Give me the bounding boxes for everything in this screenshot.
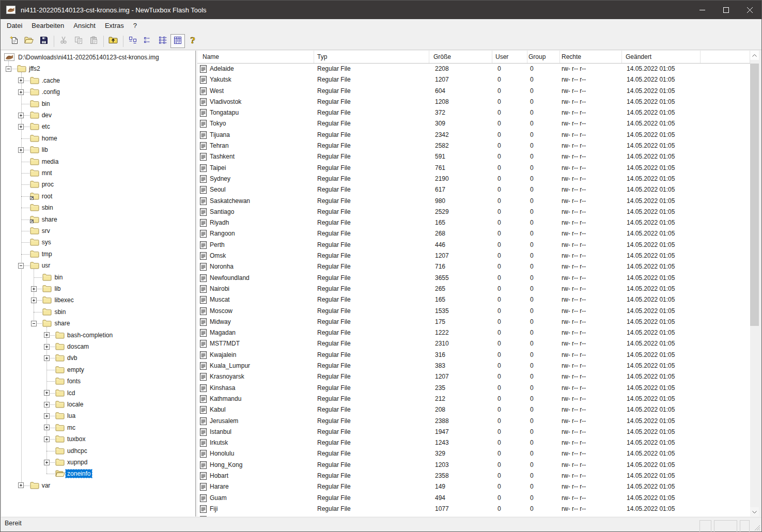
- tree-item-label[interactable]: lib: [40, 146, 50, 154]
- tree-item-fonts[interactable]: fonts: [2, 375, 195, 387]
- file-row-harare[interactable]: HarareRegular File14900rw- r-- r--14.05.…: [197, 481, 750, 492]
- expand-icon[interactable]: [44, 436, 50, 442]
- tree-item-srv[interactable]: srv: [2, 225, 195, 237]
- tree-item-share[interactable]: share: [2, 318, 195, 329]
- tree-item-jffs2[interactable]: jffs2: [2, 63, 195, 74]
- file-row-kabul[interactable]: KabulRegular File20800rw- r-- r--14.05.2…: [197, 404, 750, 415]
- expand-icon[interactable]: [18, 124, 24, 130]
- menu-bearbeiten[interactable]: Bearbeiten: [27, 19, 69, 33]
- tree-item-lib[interactable]: lib: [2, 144, 195, 155]
- tree-item-label[interactable]: dev: [40, 111, 53, 119]
- toolbar-help-button[interactable]: ?: [185, 34, 200, 48]
- file-row-yakutsk[interactable]: YakutskRegular File120700rw- r-- r--14.0…: [197, 74, 750, 85]
- scrollbar-down-icon[interactable]: [750, 507, 759, 517]
- file-row-vladivostok[interactable]: VladivostokRegular File120800rw- r-- r--…: [197, 97, 750, 107]
- tree-item-label[interactable]: var: [40, 481, 52, 490]
- tree-item-label[interactable]: usr: [40, 261, 52, 270]
- menu-datei[interactable]: Datei: [2, 19, 27, 33]
- file-row-sydney[interactable]: SydneyRegular File219000rw- r-- r--14.05…: [197, 174, 750, 184]
- tree-item-label[interactable]: .config: [40, 88, 61, 96]
- file-row-magadan[interactable]: MagadanRegular File122200rw- r-- r--14.0…: [197, 327, 750, 338]
- file-row-hong-kong[interactable]: Hong_KongRegular File120300rw- r-- r--14…: [197, 460, 750, 471]
- file-row-mst7mdt[interactable]: MST7MDTRegular File231000rw- r-- r--14.0…: [197, 338, 750, 349]
- scrollbar-thumb[interactable]: [750, 64, 759, 326]
- tree-item-bash-completion[interactable]: bash-completion: [2, 330, 195, 341]
- file-row-west[interactable]: WestRegular File60400rw- r-- r--14.05.20…: [197, 86, 750, 97]
- column-header-gr-e[interactable]: Größe: [429, 51, 492, 63]
- tree-item-label[interactable]: sbin: [53, 308, 67, 316]
- tree-item-lcd[interactable]: lcd: [2, 387, 195, 399]
- menu-extras[interactable]: Extras: [100, 19, 129, 33]
- file-row-jerusalem[interactable]: JerusalemRegular File238800rw- r-- r--14…: [197, 416, 750, 427]
- column-header-typ[interactable]: Typ: [314, 51, 429, 63]
- tree-item-label[interactable]: D:\Downloads\ni411-202205140123-cst-kron…: [17, 53, 161, 61]
- tree-item-label[interactable]: share: [40, 215, 59, 224]
- tree-item-dev[interactable]: dev: [2, 109, 195, 121]
- file-row-tashkent[interactable]: TashkentRegular File59100rw- r-- r--14.0…: [197, 151, 750, 162]
- expand-icon[interactable]: [44, 402, 50, 408]
- tree-item-label[interactable]: doscam: [66, 342, 90, 351]
- tree-item-label[interactable]: root: [40, 192, 54, 200]
- file-row-noronha[interactable]: NoronhaRegular File71600rw- r-- r--14.05…: [197, 261, 750, 272]
- file-row-guam[interactable]: GuamRegular File49400rw- r-- r--14.05.20…: [197, 493, 750, 504]
- tree-item-bin[interactable]: bin: [2, 272, 195, 283]
- tree-item-root[interactable]: root: [2, 191, 195, 202]
- minimize-button[interactable]: [690, 1, 714, 19]
- tree-item-label[interactable]: mc: [66, 424, 77, 432]
- file-row-santiago[interactable]: SantiagoRegular File252900rw- r-- r--14.…: [197, 207, 750, 217]
- tree-item-libexec[interactable]: libexec: [2, 294, 195, 306]
- file-row-kinshasa[interactable]: KinshasaRegular File23500rw- r-- r--14.0…: [197, 383, 750, 394]
- menu-ansicht[interactable]: Ansicht: [69, 19, 100, 33]
- maximize-button[interactable]: [714, 1, 738, 19]
- expand-icon[interactable]: [18, 113, 24, 118]
- tree-item-label[interactable]: bash-completion: [66, 331, 114, 339]
- file-row-seoul[interactable]: SeoulRegular File61700rw- r-- r--14.05.2…: [197, 184, 750, 195]
- file-row-irkutsk[interactable]: IrkutskRegular File124300rw- r-- r--14.0…: [197, 437, 750, 448]
- tree-item-.cache[interactable]: .cache: [2, 75, 195, 86]
- expand-icon[interactable]: [18, 147, 24, 153]
- tree-item-usr[interactable]: usr: [2, 260, 195, 271]
- tree-item-d-downloads-ni411-202205140123-cst-kronos.img[interactable]: D:\Downloads\ni411-202205140123-cst-kron…: [2, 52, 195, 63]
- tree-item-home[interactable]: home: [2, 133, 195, 144]
- file-row-tongatapu[interactable]: TongatapuRegular File37200rw- r-- r--14.…: [197, 107, 750, 118]
- file-row-omsk[interactable]: OmskRegular File120700rw- r-- r--14.05.2…: [197, 251, 750, 261]
- file-row-taipei[interactable]: TaipeiRegular File76100rw- r-- r--14.05.…: [197, 163, 750, 174]
- file-row-tehran[interactable]: TehranRegular File258200rw- r-- r--14.05…: [197, 140, 750, 151]
- collapse-icon[interactable]: [6, 66, 11, 72]
- file-row-east[interactable]: EastRegular File144400rw- r-- r--14.05.2…: [197, 514, 750, 517]
- list-scrollbar[interactable]: [750, 51, 759, 517]
- tree-item-label[interactable]: jffs2: [27, 65, 42, 73]
- collapse-icon[interactable]: [18, 263, 24, 269]
- tree-item-label[interactable]: bin: [53, 273, 64, 281]
- toolbar-view-list-button[interactable]: [155, 34, 170, 48]
- file-row-honolulu[interactable]: HonoluluRegular File32900rw- r-- r--14.0…: [197, 448, 750, 459]
- file-row-muscat[interactable]: MuscatRegular File16500rw- r-- r--14.05.…: [197, 294, 750, 305]
- tree-item-label[interactable]: sbin: [40, 204, 55, 212]
- tree-item-xupnpd[interactable]: xupnpd: [2, 457, 195, 468]
- tree-item-share[interactable]: share: [2, 214, 195, 225]
- file-row-rangoon[interactable]: RangoonRegular File26800rw- r-- r--14.05…: [197, 228, 750, 239]
- tree-item-label[interactable]: srv: [40, 227, 52, 235]
- file-row-kwajalein[interactable]: KwajaleinRegular File31600rw- r-- r--14.…: [197, 350, 750, 361]
- collapse-icon[interactable]: [31, 321, 37, 326]
- expand-icon[interactable]: [31, 298, 37, 303]
- expand-icon[interactable]: [18, 482, 24, 488]
- file-row-kathmandu[interactable]: KathmanduRegular File21200rw- r-- r--14.…: [197, 394, 750, 404]
- file-row-midway[interactable]: MidwayRegular File17500rw- r-- r--14.05.…: [197, 317, 750, 327]
- tree-item-label[interactable]: share: [53, 319, 71, 327]
- tree-item-tuxbox[interactable]: tuxbox: [2, 433, 195, 445]
- file-row-krasnoyarsk[interactable]: KrasnoyarskRegular File120700rw- r-- r--…: [197, 371, 750, 382]
- tree-item-sys[interactable]: sys: [2, 237, 195, 248]
- tree-item-bin[interactable]: bin: [2, 98, 195, 109]
- expand-icon[interactable]: [18, 77, 24, 83]
- tree-item-empty[interactable]: empty: [2, 364, 195, 375]
- column-header-name[interactable]: Name: [197, 51, 314, 63]
- tree-item-.config[interactable]: .config: [2, 86, 195, 98]
- file-row-fiji[interactable]: FijiRegular File107700rw- r-- r--14.05.2…: [197, 504, 750, 514]
- tree-item-doscam[interactable]: doscam: [2, 341, 195, 352]
- file-row-kuala-lumpur[interactable]: Kuala_LumpurRegular File38300rw- r-- r--…: [197, 361, 750, 371]
- menu-help[interactable]: ?: [129, 19, 142, 33]
- tree-item-mnt[interactable]: mnt: [2, 167, 195, 179]
- column-header-user[interactable]: User: [492, 51, 527, 63]
- expand-icon[interactable]: [18, 89, 24, 95]
